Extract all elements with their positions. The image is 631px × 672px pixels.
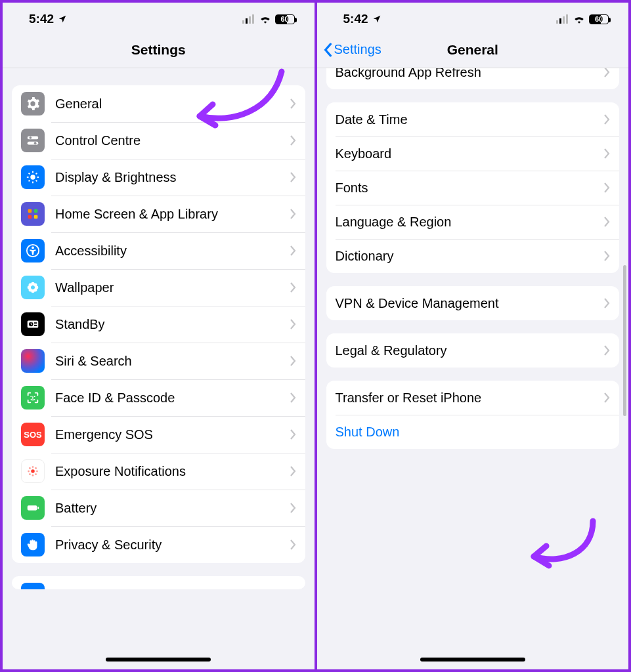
svg-line-13 bbox=[29, 173, 30, 175]
row-legal[interactable]: Legal & Regulatory bbox=[326, 333, 620, 368]
wifi-icon bbox=[259, 14, 271, 24]
row-home-screen[interactable]: Home Screen & App Library bbox=[12, 196, 305, 232]
row-accessibility[interactable]: Accessibility bbox=[12, 232, 305, 269]
row-label: VPN & Device Management bbox=[336, 296, 604, 311]
row-label: Face ID & Passcode bbox=[55, 390, 290, 406]
row-transfer-reset[interactable]: Transfer or Reset iPhone bbox=[326, 381, 620, 415]
chevron-right-icon bbox=[603, 392, 610, 403]
svg-rect-17 bbox=[28, 209, 32, 213]
row-label: Emergency SOS bbox=[55, 427, 290, 442]
row-next-peek[interactable] bbox=[12, 576, 305, 589]
svg-rect-18 bbox=[34, 209, 38, 213]
row-label: Date & Time bbox=[336, 112, 604, 127]
row-bg-refresh[interactable]: Background App Refresh bbox=[326, 68, 620, 89]
row-control-centre[interactable]: Control Centre bbox=[12, 122, 305, 159]
back-label: Settings bbox=[334, 42, 381, 57]
svg-point-31 bbox=[31, 285, 35, 289]
chevron-right-icon bbox=[290, 172, 296, 182]
svg-point-38 bbox=[31, 469, 35, 473]
svg-point-6 bbox=[30, 136, 32, 139]
siri-icon bbox=[21, 349, 45, 373]
svg-point-8 bbox=[30, 175, 35, 179]
row-privacy[interactable]: Privacy & Security bbox=[12, 526, 305, 563]
row-dictionary[interactable]: Dictionary bbox=[326, 239, 620, 273]
row-language[interactable]: Language & Region bbox=[326, 205, 620, 239]
svg-point-7 bbox=[34, 142, 37, 144]
svg-rect-3 bbox=[252, 14, 254, 24]
svg-point-40 bbox=[32, 474, 34, 476]
hand-icon bbox=[21, 533, 45, 556]
svg-point-46 bbox=[35, 473, 37, 475]
svg-rect-4 bbox=[28, 136, 39, 140]
page-title: General bbox=[447, 42, 498, 58]
cellular-icon bbox=[242, 14, 255, 24]
row-label: Transfer or Reset iPhone bbox=[336, 390, 604, 406]
row-label: Wallpaper bbox=[55, 280, 290, 295]
row-faceid[interactable]: Face ID & Passcode bbox=[12, 379, 305, 416]
row-label: Language & Region bbox=[336, 215, 604, 230]
row-vpn[interactable]: VPN & Device Management bbox=[326, 286, 620, 320]
row-battery[interactable]: Battery bbox=[12, 490, 305, 526]
back-button[interactable]: Settings bbox=[322, 42, 381, 57]
sun-icon bbox=[21, 165, 45, 189]
row-exposure[interactable]: Exposure Notifications bbox=[12, 453, 305, 490]
screenshot-settings-main: 5:42 60 Settings bbox=[0, 0, 316, 672]
chevron-right-icon bbox=[290, 466, 296, 476]
svg-rect-35 bbox=[34, 325, 37, 326]
row-label: Shut Down bbox=[336, 425, 611, 440]
svg-point-42 bbox=[36, 471, 38, 472]
row-label: Exposure Notifications bbox=[55, 464, 290, 479]
exposure-icon bbox=[21, 459, 45, 483]
flower-icon bbox=[21, 276, 45, 299]
row-label: Control Centre bbox=[55, 133, 290, 148]
svg-line-14 bbox=[36, 180, 37, 182]
chevron-right-icon bbox=[290, 503, 296, 513]
svg-line-15 bbox=[29, 180, 30, 182]
svg-point-36 bbox=[30, 396, 32, 397]
row-date-time[interactable]: Date & Time bbox=[326, 102, 620, 136]
faceid-icon bbox=[21, 386, 45, 410]
row-shutdown[interactable]: Shut Down bbox=[326, 415, 620, 449]
scrollbar[interactable] bbox=[623, 265, 626, 416]
chevron-right-icon bbox=[290, 392, 296, 403]
battery-icon: 60 bbox=[589, 14, 609, 24]
location-icon bbox=[372, 14, 381, 24]
chevron-right-icon bbox=[603, 148, 610, 159]
svg-rect-51 bbox=[563, 16, 565, 24]
row-keyboard[interactable]: Keyboard bbox=[326, 136, 620, 171]
general-list[interactable]: iPhone Storage Background App Refresh Da… bbox=[317, 68, 629, 663]
row-display[interactable]: Display & Brightness bbox=[12, 159, 305, 196]
status-time: 5:42 bbox=[29, 12, 54, 26]
row-fonts[interactable]: Fonts bbox=[326, 171, 620, 205]
status-bar: 5:42 60 bbox=[3, 3, 315, 32]
appstore-icon bbox=[21, 583, 45, 589]
svg-rect-0 bbox=[242, 20, 244, 24]
home-indicator[interactable] bbox=[420, 658, 525, 662]
row-general[interactable]: General bbox=[12, 85, 305, 122]
svg-rect-49 bbox=[556, 20, 558, 24]
svg-rect-5 bbox=[28, 142, 39, 145]
row-label: Fonts bbox=[336, 180, 604, 196]
row-wallpaper[interactable]: Wallpaper bbox=[12, 269, 305, 306]
row-label: Keyboard bbox=[336, 146, 604, 161]
status-time: 5:42 bbox=[343, 12, 368, 26]
settings-list[interactable]: General Control Centre Display & Brightn… bbox=[3, 68, 315, 663]
row-sos[interactable]: SOS Emergency SOS bbox=[12, 416, 305, 453]
chevron-right-icon bbox=[290, 539, 296, 550]
page-title: Settings bbox=[131, 42, 186, 58]
chevron-right-icon bbox=[290, 98, 296, 109]
chevron-right-icon bbox=[290, 356, 296, 366]
status-bar: 5:42 60 bbox=[317, 3, 629, 32]
sliders-icon bbox=[21, 129, 45, 152]
row-standby[interactable]: StandBy bbox=[12, 306, 305, 343]
home-indicator[interactable] bbox=[106, 658, 211, 662]
row-siri[interactable]: Siri & Search bbox=[12, 343, 305, 379]
chevron-right-icon bbox=[603, 217, 610, 227]
cellular-icon bbox=[556, 14, 569, 24]
svg-point-44 bbox=[35, 467, 37, 469]
svg-rect-19 bbox=[28, 215, 32, 219]
screenshot-general: 5:42 60 Settings General bbox=[316, 0, 632, 672]
row-label: General bbox=[55, 96, 290, 112]
location-icon bbox=[58, 14, 67, 24]
svg-point-45 bbox=[29, 473, 31, 475]
